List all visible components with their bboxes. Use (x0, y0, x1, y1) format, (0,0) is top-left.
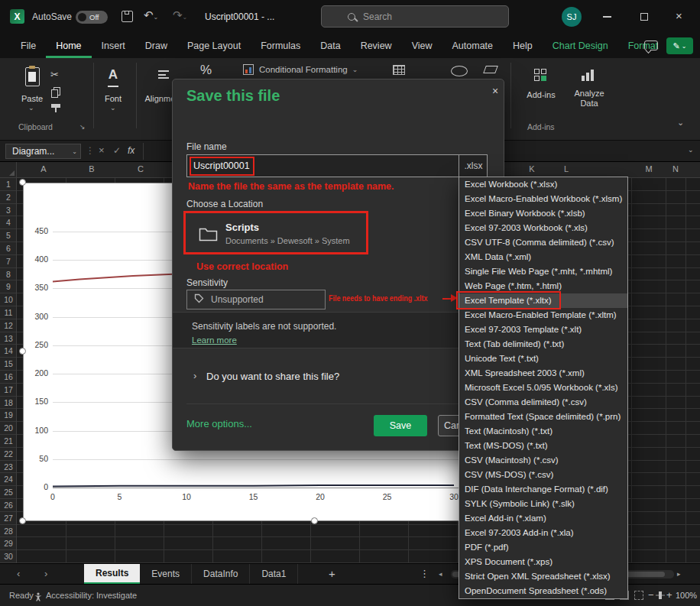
format-option-pdf-pdf[interactable]: PDF (*.pdf) (459, 540, 627, 555)
format-option-excel-97-2003-add-in-xla[interactable]: Excel 97-2003 Add-in (*.xla) (459, 526, 627, 540)
row-header-13[interactable]: 13 (0, 332, 17, 345)
row-header-8[interactable]: 8 (0, 268, 17, 281)
format-painter-button[interactable] (51, 104, 60, 112)
percent-style-button[interactable]: % (200, 63, 212, 78)
format-option-excel-binary-workbook-xlsb[interactable]: Excel Binary Workbook (*.xlsb) (459, 206, 627, 221)
row-header-24[interactable]: 24 (0, 473, 17, 486)
sheet-nav-left-icon[interactable]: ‹ (17, 568, 20, 579)
eraser-icon[interactable] (483, 66, 498, 73)
save-button[interactable]: Save (374, 415, 427, 436)
ribbon-tab-formulas[interactable]: Formulas (251, 34, 310, 58)
format-option-unicode-text-txt[interactable]: Unicode Text (*.txt) (459, 352, 627, 366)
row-header-30[interactable]: 30 (0, 550, 17, 563)
row-header-21[interactable]: 21 (0, 435, 17, 448)
zoom-level[interactable]: 100% (676, 591, 697, 600)
zoom-slider-knob[interactable] (659, 591, 662, 599)
row-header-10[interactable]: 10 (0, 293, 17, 306)
format-option-formatted-text-space-delimited-prn[interactable]: Formatted Text (Space delimited) (*.prn) (459, 410, 627, 424)
zoom-in-button[interactable]: + (666, 589, 672, 601)
column-header-m[interactable]: M (634, 164, 664, 173)
format-option-text-ms-dos-txt[interactable]: Text (MS-DOS) (*.txt) (459, 439, 627, 453)
row-header-19[interactable]: 19 (0, 409, 17, 422)
row-header-20[interactable]: 20 (0, 422, 17, 435)
row-header-14[interactable]: 14 (0, 345, 17, 358)
column-header-a[interactable]: A (28, 164, 59, 173)
format-option-excel-97-2003-template-xlt[interactable]: Excel 97-2003 Template (*.xlt) (459, 322, 627, 337)
sheet-nav-right-icon[interactable]: › (44, 568, 47, 579)
cut-button[interactable]: ✂ (50, 69, 59, 80)
share-question[interactable]: Do you want to share this file? (206, 371, 339, 382)
ribbon-tab-view[interactable]: View (402, 34, 442, 58)
hscroll-left-arrow[interactable]: ◂ (439, 570, 442, 578)
format-option-microsoft-excel-5-0-95-workbook-xls[interactable]: Microsoft Excel 5.0/95 Workbook (*.xls) (459, 381, 627, 395)
accessibility-status[interactable]: Accessibility: Investigate (46, 591, 137, 600)
ribbon-tab-review[interactable]: Review (351, 34, 402, 58)
ribbon-tab-page-layout[interactable]: Page Layout (177, 34, 251, 58)
maximize-button[interactable] (640, 13, 648, 21)
row-header-11[interactable]: 11 (0, 306, 17, 319)
row-header-25[interactable]: 25 (0, 486, 17, 499)
close-button[interactable]: × (676, 9, 682, 22)
minimize-button[interactable] (603, 16, 611, 18)
comment-icon[interactable] (644, 41, 658, 50)
ribbon-tab-automate[interactable]: Automate (442, 34, 504, 58)
hscroll-right-arrow[interactable]: ▸ (677, 570, 681, 578)
row-header-3[interactable]: 3 (0, 204, 17, 217)
ribbon-tab-chart-design[interactable]: Chart Design (543, 34, 618, 58)
chart-handle-top-left[interactable] (19, 179, 26, 186)
shape-ellipse-icon[interactable] (451, 66, 468, 76)
collapse-ribbon-chevron-icon[interactable]: ⌄ (677, 118, 684, 128)
format-option-excel-add-in-xlam[interactable]: Excel Add-in (*.xlam) (459, 511, 627, 526)
sheet-tab-events[interactable]: Events (140, 564, 192, 585)
addins-button[interactable]: Add-ins (523, 67, 559, 113)
format-option-xml-spreadsheet-2003-xml[interactable]: XML Spreadsheet 2003 (*.xml) (459, 366, 627, 381)
more-options-link[interactable]: More options... (186, 418, 252, 429)
row-header-12[interactable]: 12 (0, 319, 17, 332)
conditional-formatting-button[interactable]: Conditional Formatting ⌄ (243, 64, 358, 75)
zoom-out-button[interactable]: − (648, 589, 654, 601)
share-expander-chevron-icon[interactable]: › (193, 370, 196, 381)
row-header-4[interactable]: 4 (0, 216, 17, 229)
format-option-text-tab-delimited-txt[interactable]: Text (Tab delimited) (*.txt) (459, 337, 627, 352)
save-icon[interactable] (122, 11, 133, 22)
row-header-22[interactable]: 22 (0, 448, 17, 461)
ribbon-tab-help[interactable]: Help (503, 34, 543, 58)
learn-more-link[interactable]: Learn more (192, 335, 237, 345)
format-option-single-file-web-page-mht-mhtml[interactable]: Single File Web Page (*.mht, *.mhtml) (459, 264, 627, 279)
row-header-16[interactable]: 16 (0, 371, 17, 384)
chart-handle-bottom-middle[interactable] (311, 517, 318, 524)
paste-button[interactable]: Paste ⌄ (15, 66, 49, 116)
search-box[interactable]: Search (321, 5, 509, 28)
analyze-data-button[interactable]: Analyze Data (567, 67, 611, 116)
sheet-tab-menu-icon[interactable]: ⋮ (420, 568, 429, 579)
name-box-resize-handle[interactable]: ⋮ (86, 145, 95, 156)
format-as-table-icon[interactable] (393, 65, 405, 75)
format-option-excel-macro-enabled-template-xltm[interactable]: Excel Macro-Enabled Template (*.xltm) (459, 308, 627, 322)
format-option-xml-data-xml[interactable]: XML Data (*.xml) (459, 250, 627, 264)
row-header-6[interactable]: 6 (0, 242, 17, 255)
clipboard-dialog-launcher[interactable]: ↘ (79, 123, 86, 131)
sensitivity-button[interactable]: Unsupported (186, 290, 326, 309)
format-option-sylk-symbolic-link-slk[interactable]: SYLK (Symbolic Link) (*.slk) (459, 497, 627, 511)
sheet-tab-datainfo[interactable]: DataInfo (192, 564, 250, 585)
ribbon-tab-home[interactable]: Home (46, 34, 91, 58)
format-option-xps-document-xps[interactable]: XPS Document (*.xps) (459, 555, 627, 569)
row-header-17[interactable]: 17 (0, 384, 17, 397)
insert-function-icon[interactable]: fx (128, 145, 134, 156)
format-option-opendocument-spreadsheet-ods[interactable]: OpenDocument Spreadsheet (*.ods) (459, 584, 627, 598)
chart-handle-bottom-left[interactable] (19, 517, 26, 524)
format-option-dif-data-interchange-format-dif[interactable]: DIF (Data Interchange Format) (*.dif) (459, 482, 627, 497)
sheet-tab-data1[interactable]: Data1 (250, 564, 298, 585)
format-option-excel-macro-enabled-workbook-xlsm[interactable]: Excel Macro-Enabled Workbook (*.xlsm) (459, 192, 627, 206)
autosave-toggle[interactable]: Off (76, 11, 108, 24)
format-option-excel-workbook-xlsx[interactable]: Excel Workbook (*.xlsx) (459, 177, 627, 192)
ribbon-tab-file[interactable]: File (11, 34, 46, 58)
column-header-k[interactable]: K (517, 164, 547, 173)
redo-button[interactable]: ↷⌄ (173, 8, 187, 22)
ribbon-tab-data[interactable]: Data (310, 34, 350, 58)
name-box[interactable]: Diagram... ⌄ (5, 144, 81, 159)
new-sheet-button[interactable]: + (329, 567, 335, 580)
row-header-28[interactable]: 28 (0, 525, 17, 538)
row-header-1[interactable]: 1 (0, 178, 17, 191)
column-header-c[interactable]: C (125, 164, 156, 173)
